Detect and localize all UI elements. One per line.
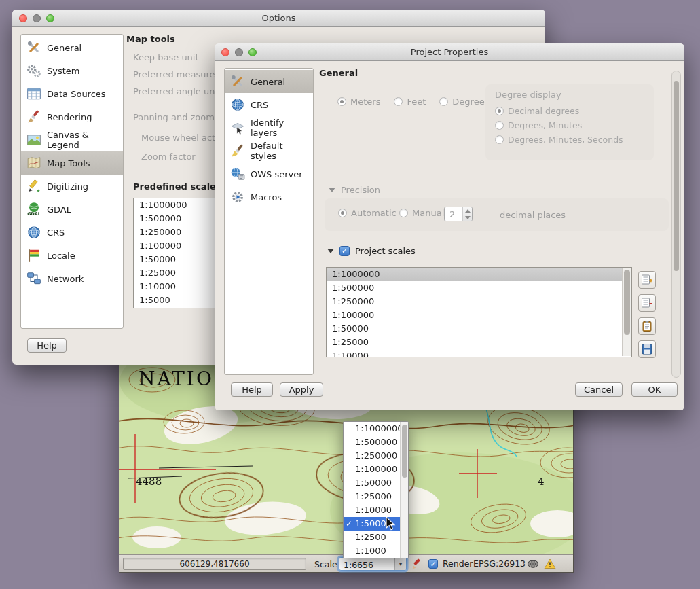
- sidebar-item-gdal[interactable]: GDAL GDAL: [21, 198, 123, 221]
- close-button[interactable]: [19, 14, 27, 22]
- sidebar-item-ows-server[interactable]: OWS server: [225, 162, 313, 185]
- popup-item[interactable]: 1:10000: [344, 503, 400, 517]
- spinner-buttons: [462, 207, 472, 221]
- add-scale-button[interactable]: [638, 271, 656, 289]
- sidebar-item-crs[interactable]: CRS: [21, 221, 123, 244]
- minimize-button[interactable]: [235, 48, 243, 56]
- save-scales-button[interactable]: [638, 340, 656, 358]
- radio-degree[interactable]: Degree: [439, 96, 484, 107]
- zoom-button[interactable]: [248, 48, 257, 56]
- close-button[interactable]: [221, 48, 229, 56]
- project-scales-checkbox[interactable]: ✓: [339, 246, 350, 256]
- help-button[interactable]: Help: [231, 382, 273, 397]
- scale-label: Scale: [314, 559, 337, 569]
- options-titlebar[interactable]: Options: [12, 10, 545, 27]
- list-scrollbar[interactable]: [622, 268, 631, 356]
- radio-degrees-minutes[interactable]: Degrees, Minutes: [495, 120, 582, 130]
- popup-item[interactable]: 1:1000000: [344, 422, 400, 435]
- sidebar-item-label: OWS server: [251, 169, 303, 179]
- sidebar-item-system[interactable]: System: [21, 59, 123, 82]
- scrollbar-thumb[interactable]: [624, 270, 630, 335]
- sidebar-item-general[interactable]: General: [225, 70, 313, 93]
- apply-button[interactable]: Apply: [280, 382, 323, 397]
- popup-item[interactable]: 1:1000: [344, 544, 400, 558]
- preferred-measure-label: Preferred measure: [133, 69, 215, 79]
- collapse-triangle-icon[interactable]: [329, 188, 335, 192]
- sidebar-item-digitizing[interactable]: Digitizing: [21, 175, 123, 198]
- popup-item[interactable]: 1:500000: [344, 435, 400, 449]
- remove-scale-button[interactable]: [638, 294, 656, 312]
- spin-up-icon[interactable]: [463, 207, 472, 214]
- help-button[interactable]: Help: [27, 338, 67, 353]
- sidebar-item-macros[interactable]: Macros: [225, 185, 313, 209]
- degree-display-label: Degree display: [495, 90, 561, 100]
- popup-item[interactable]: 1:50000: [344, 476, 400, 490]
- popup-item[interactable]: 1:250000: [344, 449, 400, 463]
- radio-icon: [495, 121, 504, 130]
- popup-item[interactable]: 1:2500: [344, 531, 400, 544]
- sidebar-item-label: Default styles: [251, 141, 308, 161]
- sidebar-item-crs[interactable]: CRS: [225, 93, 313, 116]
- sidebar-item-rendering[interactable]: Rendering: [21, 105, 123, 128]
- popup-item[interactable]: 1:100000: [344, 463, 400, 476]
- scale-combobox[interactable]: 1:6656 ▾: [339, 557, 407, 571]
- radio-icon: [439, 97, 448, 106]
- popup-item[interactable]: 1:25000: [344, 490, 400, 503]
- message-log-warning-icon[interactable]: [544, 558, 556, 570]
- window-controls: [221, 48, 257, 56]
- minimize-button[interactable]: [33, 14, 41, 22]
- sidebar-item-map-tools[interactable]: Map Tools: [21, 151, 123, 175]
- decimal-places-spinner[interactable]: 2: [444, 207, 473, 221]
- panning-zooming-header: Panning and zoomi: [133, 112, 217, 122]
- radio-automatic[interactable]: Automatic: [338, 208, 397, 218]
- sidebar-item-identify-layers[interactable]: Identify layers: [225, 116, 313, 139]
- project-scale-row[interactable]: 1:100000: [327, 308, 631, 322]
- combo-dropdown-button[interactable]: ▾: [394, 558, 406, 570]
- project-scale-row[interactable]: 1:250000: [327, 295, 631, 308]
- spin-down-icon[interactable]: [463, 214, 472, 221]
- project-scale-row[interactable]: 1:500000: [327, 281, 631, 295]
- project-scale-row[interactable]: 1:50000: [327, 322, 631, 336]
- clipboard-icon: [641, 320, 653, 332]
- precision-group: Automatic Manual 2 decimal places: [325, 198, 669, 231]
- radio-manual[interactable]: Manual: [399, 208, 444, 218]
- sidebar-item-default-styles[interactable]: Default styles: [225, 139, 313, 162]
- radio-meters[interactable]: Meters: [337, 96, 380, 107]
- coordinate-display[interactable]: 606129,4817660: [123, 558, 306, 570]
- radio-label: Meters: [350, 96, 380, 107]
- radio-icon: [338, 209, 347, 217]
- crs-status-label: EPSG:26913: [473, 558, 526, 569]
- sidebar-item-general[interactable]: General: [21, 36, 123, 59]
- render-checkbox[interactable]: ✓: [428, 559, 438, 569]
- import-scales-button[interactable]: [638, 317, 656, 335]
- collapse-triangle-icon[interactable]: [327, 249, 334, 253]
- radio-decimal-degrees[interactable]: Decimal degrees: [495, 106, 579, 116]
- crs-status-icon[interactable]: [527, 558, 539, 570]
- sidebar-item-locale[interactable]: Locale: [21, 244, 123, 267]
- project-scale-row[interactable]: 1:25000: [327, 336, 631, 349]
- stop-render-icon[interactable]: [411, 558, 423, 570]
- zoom-factor-label: Zoom factor: [141, 151, 196, 162]
- precision-section-header[interactable]: Precision: [329, 185, 380, 195]
- scrollbar-thumb[interactable]: [674, 81, 679, 271]
- sidebar-item-label: Canvas & Legend: [47, 130, 117, 150]
- check-icon: ✓: [342, 247, 348, 255]
- crs-globe-icon: [26, 225, 41, 240]
- cancel-button[interactable]: Cancel: [575, 382, 623, 397]
- sidebar-item-canvas-legend[interactable]: Canvas & Legend: [21, 128, 123, 151]
- popup-scrollbar[interactable]: [400, 422, 408, 558]
- ok-button[interactable]: OK: [631, 382, 678, 397]
- zoom-button[interactable]: [46, 14, 54, 22]
- project-properties-titlebar[interactable]: Project Properties: [215, 43, 684, 61]
- project-scale-row[interactable]: 1:10000: [327, 349, 631, 357]
- project-scale-row[interactable]: 1:1000000: [327, 268, 631, 281]
- radio-feet[interactable]: Feet: [394, 96, 426, 107]
- dialog-scrollbar[interactable]: [671, 71, 681, 378]
- sidebar-item-data-sources[interactable]: Data Sources: [21, 82, 123, 105]
- scrollbar-thumb[interactable]: [402, 425, 407, 478]
- radio-degrees-minutes-seconds[interactable]: Degrees, Minutes, Seconds: [495, 135, 623, 145]
- sidebar-item-network[interactable]: Network: [21, 267, 123, 290]
- sidebar-item-label: CRS: [47, 228, 65, 238]
- radio-icon: [495, 107, 504, 115]
- project-scales-section-header[interactable]: ✓ Project scales: [327, 246, 416, 256]
